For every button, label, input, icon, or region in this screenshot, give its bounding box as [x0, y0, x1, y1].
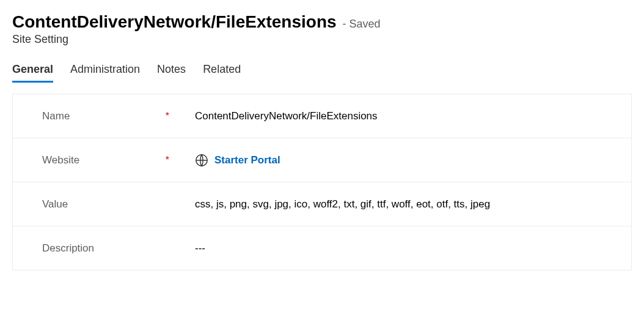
save-status: - Saved	[343, 18, 381, 31]
name-label: Name	[42, 110, 70, 122]
description-field[interactable]: ---	[184, 242, 631, 255]
tab-general[interactable]: General	[12, 63, 53, 83]
required-marker: *	[166, 155, 169, 166]
tab-notes[interactable]: Notes	[157, 63, 186, 83]
value-value: css, js, png, svg, jpg, ico, woff2, txt,…	[195, 198, 490, 210]
tab-administration[interactable]: Administration	[70, 63, 140, 83]
name-value: ContentDeliveryNetwork/FileExtensions	[195, 110, 378, 122]
form-row-name: Name * ContentDeliveryNetwork/FileExtens…	[13, 94, 631, 138]
website-lookup-link[interactable]: Starter Portal	[214, 154, 280, 166]
tab-related[interactable]: Related	[203, 63, 241, 83]
required-marker: *	[166, 111, 169, 122]
website-label: Website	[42, 154, 79, 166]
form-row-website: Website * Starter Portal	[13, 138, 631, 182]
entity-subtitle: Site Setting	[12, 33, 632, 46]
form-row-description: Description ---	[13, 226, 631, 270]
description-value: ---	[195, 242, 205, 255]
page-title: ContentDeliveryNetwork/FileExtensions	[12, 12, 337, 32]
tabs: General Administration Notes Related	[12, 63, 632, 83]
value-field[interactable]: css, js, png, svg, jpg, ico, woff2, txt,…	[184, 198, 631, 210]
globe-icon	[195, 154, 208, 167]
website-field[interactable]: Starter Portal	[184, 154, 631, 167]
form-panel: Name * ContentDeliveryNetwork/FileExtens…	[12, 94, 632, 270]
description-label: Description	[42, 242, 94, 255]
value-label: Value	[42, 198, 68, 210]
name-field[interactable]: ContentDeliveryNetwork/FileExtensions	[184, 110, 631, 122]
form-row-value: Value css, js, png, svg, jpg, ico, woff2…	[13, 182, 631, 226]
